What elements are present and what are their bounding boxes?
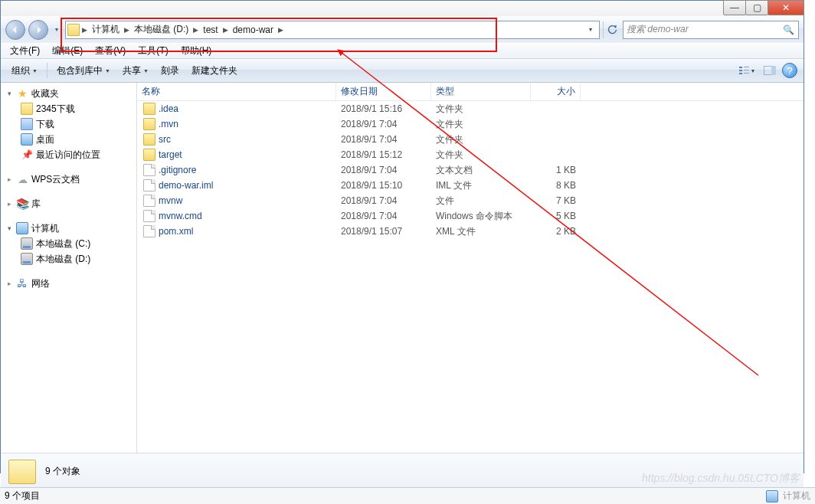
address-dropdown[interactable]: ▾ — [584, 26, 597, 33]
status-location: 计算机 — [783, 489, 810, 502]
file-size — [531, 132, 581, 147]
col-name[interactable]: 名称 — [137, 83, 336, 100]
sidebar-wps[interactable]: ☁WPS云文档 — [1, 172, 136, 187]
sidebar-favorites[interactable]: ★收藏夹 — [1, 86, 136, 101]
crumb-drive[interactable]: 本地磁盘 (D:) — [130, 23, 192, 36]
star-icon: ★ — [16, 87, 28, 100]
nav-row: ▾ ▶ 计算机 ▶ 本地磁盘 (D:) ▶ test ▶ demo-war ▶ … — [1, 16, 804, 43]
menu-tools[interactable]: 工具(T) — [132, 43, 174, 59]
separator — [47, 63, 47, 78]
svg-rect-5 — [744, 73, 749, 74]
file-row[interactable]: src2018/9/1 7:04文件夹 — [137, 132, 804, 147]
sidebar-item-drive-c[interactable]: 本地磁盘 (C:) — [1, 236, 136, 251]
file-type: XML 文件 — [431, 224, 531, 239]
col-date[interactable]: 修改日期 — [336, 83, 431, 100]
refresh-button[interactable] — [603, 21, 620, 38]
file-row[interactable]: pom.xml2018/9/1 15:07XML 文件2 KB — [137, 224, 804, 239]
sidebar-item-2345dl[interactable]: 2345下载 — [1, 101, 136, 116]
cloud-icon: ☁ — [16, 173, 28, 185]
file-row[interactable]: .mvn2018/9/1 7:04文件夹 — [137, 116, 804, 132]
titlebar[interactable] — [1, 1, 804, 16]
chevron-down-icon: ▼ — [105, 68, 110, 74]
file-type: 文件夹 — [431, 132, 531, 147]
file-row[interactable]: mvnw.cmd2018/9/1 7:04Windows 命令脚本5 KB — [137, 208, 804, 224]
file-row[interactable]: .idea2018/9/1 15:16文件夹 — [137, 101, 804, 116]
back-button[interactable] — [5, 20, 25, 40]
sidebar-item-downloads[interactable]: 下载 — [1, 116, 136, 132]
file-type: 文件夹 — [431, 116, 531, 132]
minimize-button[interactable]: — — [723, 0, 746, 15]
menu-view[interactable]: 查看(V) — [89, 43, 132, 59]
recent-icon: 📌 — [21, 149, 33, 161]
chevron-right-icon[interactable]: ▶ — [192, 26, 199, 34]
tool-include[interactable]: 包含到库中▼ — [52, 62, 115, 80]
history-dropdown[interactable]: ▾ — [51, 22, 62, 38]
toolbar: 组织▼ 包含到库中▼ 共享▼ 刻录 新建文件夹 ▼ ? — [1, 59, 804, 83]
file-date: 2018/9/1 7:04 — [336, 116, 431, 132]
file-size: 1 KB — [531, 162, 581, 178]
svg-rect-4 — [744, 70, 749, 70]
svg-rect-3 — [744, 67, 749, 67]
file-date: 2018/9/1 15:12 — [336, 147, 431, 162]
column-headers: 名称 修改日期 类型 大小 — [137, 83, 804, 101]
tool-share[interactable]: 共享▼ — [118, 62, 153, 80]
file-date: 2018/9/1 15:07 — [336, 224, 431, 239]
file-date: 2018/9/1 7:04 — [336, 162, 431, 178]
chevron-right-icon[interactable]: ▶ — [277, 26, 284, 34]
sidebar-item-desktop[interactable]: 桌面 — [1, 132, 136, 147]
file-row[interactable]: mvnw2018/9/1 7:04文件7 KB — [137, 193, 804, 208]
window-controls: — ▢ ✕ — [724, 0, 804, 15]
maximize-button[interactable]: ▢ — [745, 0, 768, 15]
menu-file[interactable]: 文件(F) — [4, 43, 46, 59]
search-icon[interactable]: 🔍 — [781, 25, 795, 35]
svg-rect-2 — [739, 73, 742, 74]
folder-icon — [143, 149, 155, 161]
folder-icon — [21, 103, 33, 115]
forward-button[interactable] — [28, 20, 48, 40]
file-row[interactable]: .gitignore2018/9/1 7:04文本文档1 KB — [137, 162, 804, 178]
help-button[interactable]: ? — [782, 63, 797, 78]
status-items: 9 个项目 — [5, 489, 40, 502]
file-row[interactable]: demo-war.iml2018/9/1 15:10IML 文件8 KB — [137, 178, 804, 193]
menu-help[interactable]: 帮助(H) — [175, 43, 218, 59]
folder-icon — [143, 103, 155, 115]
file-type: Windows 命令脚本 — [431, 208, 531, 224]
status-bar: 9 个项目 计算机 — [0, 487, 815, 504]
watermark-text: https://blog.csdn.hu.05LCTO博客 — [642, 472, 800, 486]
crumb-folder-2[interactable]: demo-war — [229, 25, 277, 35]
sidebar-computer[interactable]: 计算机 — [1, 221, 136, 236]
address-bar[interactable]: ▶ 计算机 ▶ 本地磁盘 (D:) ▶ test ▶ demo-war ▶ ▾ — [65, 21, 600, 39]
sidebar-library[interactable]: 📚库 — [1, 196, 136, 211]
folder-icon — [67, 24, 80, 36]
file-row[interactable]: target2018/9/1 15:12文件夹 — [137, 147, 804, 162]
sidebar-network[interactable]: 🖧网络 — [1, 276, 136, 291]
col-type[interactable]: 类型 — [431, 83, 531, 100]
file-name: .gitignore — [159, 165, 196, 175]
chevron-right-icon[interactable]: ▶ — [123, 26, 130, 34]
close-button[interactable]: ✕ — [768, 0, 804, 15]
svg-rect-0 — [739, 67, 742, 68]
file-icon — [143, 210, 155, 222]
tool-newfolder[interactable]: 新建文件夹 — [187, 62, 242, 80]
sidebar-item-drive-d[interactable]: 本地磁盘 (D:) — [1, 251, 136, 267]
crumb-computer[interactable]: 计算机 — [88, 23, 123, 36]
folder-icon — [143, 133, 155, 146]
explorer-window: — ▢ ✕ ▾ ▶ 计算机 ▶ 本地磁盘 (D:) ▶ test ▶ demo-… — [0, 0, 804, 473]
tool-burn[interactable]: 刻录 — [156, 62, 184, 80]
chevron-down-icon: ▼ — [751, 68, 756, 74]
file-size: 2 KB — [531, 224, 581, 239]
sidebar-item-recent[interactable]: 📌最近访问的位置 — [1, 147, 136, 162]
crumb-folder-1[interactable]: test — [199, 25, 221, 35]
search-input[interactable]: 搜索 demo-war 🔍 — [623, 21, 799, 39]
tool-organize[interactable]: 组织▼ — [7, 62, 42, 80]
file-name: .idea — [159, 103, 178, 114]
file-name: pom.xml — [159, 226, 193, 237]
preview-pane-button[interactable] — [759, 62, 781, 79]
chevron-right-icon[interactable]: ▶ — [81, 26, 88, 34]
chevron-right-icon[interactable]: ▶ — [222, 26, 229, 34]
menu-edit[interactable]: 编辑(E) — [46, 43, 89, 59]
file-icon — [143, 179, 155, 191]
file-date: 2018/9/1 15:16 — [336, 101, 431, 116]
col-size[interactable]: 大小 — [531, 83, 581, 100]
view-options-button[interactable]: ▼ — [736, 62, 758, 79]
